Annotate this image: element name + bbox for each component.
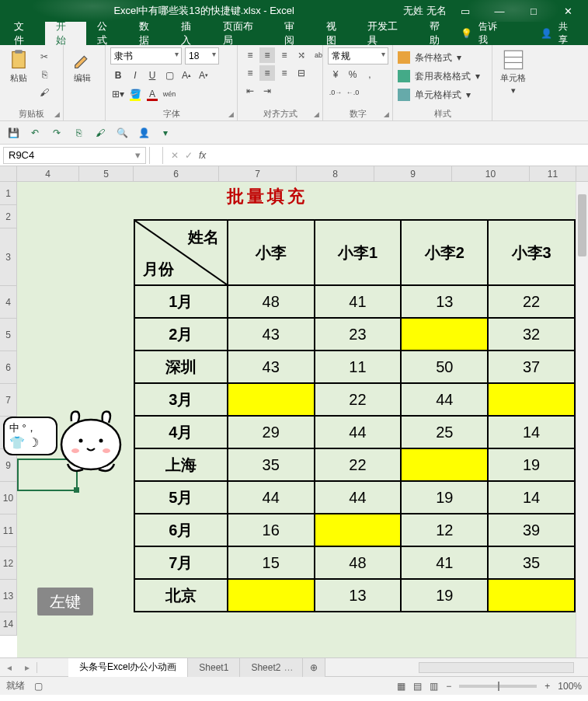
tab-insert[interactable]: 插入 — [170, 22, 212, 45]
zoom-in-button[interactable]: + — [545, 681, 550, 692]
phonetic-button[interactable]: wén — [162, 86, 177, 102]
data-cell[interactable]: 35 — [488, 546, 575, 579]
row-label-cell[interactable]: 3月 — [134, 383, 228, 416]
copy-icon[interactable]: ⎘ — [36, 67, 53, 82]
col-header[interactable]: 5 — [79, 166, 134, 181]
data-cell[interactable]: 12 — [401, 514, 488, 546]
conditional-format-button[interactable]: 条件格式 ▾ — [398, 49, 461, 66]
format-as-table-button[interactable]: 套用表格格式 ▾ — [398, 68, 480, 85]
maximize-button[interactable]: □ — [518, 0, 549, 22]
data-cell[interactable]: 48 — [228, 285, 315, 318]
increase-decimal-icon[interactable]: .0→ — [328, 85, 343, 100]
data-cell[interactable]: 29 — [228, 416, 315, 448]
zoom-slider[interactable] — [459, 685, 537, 688]
orientation-icon[interactable]: ⤭ — [294, 47, 309, 63]
data-cell[interactable]: 35 — [228, 448, 315, 481]
font-size-select[interactable]: 18 — [185, 47, 219, 65]
col-header[interactable]: 6 — [134, 166, 219, 181]
border-button[interactable]: ▢ — [162, 68, 177, 83]
align-center-icon[interactable]: ≡ — [259, 65, 275, 81]
horizontal-scrollbar[interactable] — [419, 662, 574, 673]
tell-me[interactable]: 告诉我 — [478, 20, 506, 47]
data-cell[interactable]: 22 — [315, 448, 402, 481]
row-header[interactable]: 3 — [0, 228, 17, 286]
row-header[interactable]: 4 — [0, 286, 17, 319]
row-header[interactable]: 13 — [0, 580, 17, 612]
data-cell[interactable] — [315, 514, 402, 546]
align-top-icon[interactable]: ≡ — [242, 47, 258, 63]
col-header[interactable]: 8 — [297, 166, 374, 181]
cut-icon[interactable]: ✂ — [36, 49, 53, 65]
row-label-cell[interactable]: 深圳 — [134, 350, 228, 383]
close-button[interactable]: ✕ — [552, 0, 583, 22]
data-cell[interactable]: 19 — [401, 481, 488, 514]
data-cell[interactable]: 22 — [488, 285, 575, 318]
row-header[interactable]: 6 — [0, 351, 17, 384]
data-cell[interactable] — [228, 579, 315, 612]
row-header[interactable]: 14 — [0, 612, 17, 636]
border-dropdown[interactable]: ⊞▾ — [110, 86, 126, 102]
italic-button[interactable]: I — [127, 68, 143, 83]
increase-font-icon[interactable]: A▴ — [179, 68, 194, 83]
row-header[interactable]: 11 — [0, 514, 17, 547]
data-cell[interactable]: 23 — [315, 318, 402, 350]
undo-icon[interactable]: ↶ — [26, 124, 43, 141]
tab-dev[interactable]: 开发工具 — [357, 22, 418, 45]
paste-button[interactable]: 粘贴 — [5, 47, 33, 85]
row-label-cell[interactable]: 7月 — [134, 546, 228, 579]
row-label-cell[interactable]: 上海 — [134, 448, 228, 481]
cells-button[interactable]: 单元格▾ — [497, 47, 529, 97]
select-all-corner[interactable] — [0, 166, 17, 181]
data-cell[interactable]: 22 — [315, 383, 402, 416]
view-break-icon[interactable]: ▥ — [430, 681, 438, 692]
tab-review[interactable]: 审阅 — [273, 22, 315, 45]
merge-cells-icon[interactable]: ⊟ — [294, 65, 309, 81]
zoom-out-button[interactable]: − — [446, 681, 451, 692]
data-cell[interactable] — [401, 318, 488, 350]
data-cell[interactable]: 15 — [228, 546, 315, 579]
name-box[interactable]: R9C4▾ — [3, 147, 146, 164]
decrease-decimal-icon[interactable]: ←.0 — [345, 85, 360, 100]
new-sheet-button[interactable]: ⊕ — [303, 658, 325, 677]
data-cell[interactable]: 25 — [401, 416, 488, 448]
align-launcher[interactable]: ◢ — [311, 110, 321, 119]
percent-icon[interactable]: % — [345, 67, 360, 82]
number-format-select[interactable]: 常规 — [328, 47, 388, 65]
data-cell[interactable]: 39 — [488, 514, 575, 546]
data-cell[interactable]: 41 — [401, 546, 488, 579]
tab-file[interactable]: 文件 — [3, 22, 45, 45]
record-macro-icon[interactable]: ▢ — [34, 681, 43, 692]
tab-nav-next[interactable]: ▸ — [19, 662, 37, 673]
view-normal-icon[interactable]: ▦ — [397, 681, 405, 692]
tab-formulas[interactable]: 公式 — [86, 22, 128, 45]
data-cell[interactable] — [401, 448, 488, 481]
indent-decrease-icon[interactable]: ⇤ — [242, 83, 258, 99]
enter-formula-icon[interactable]: ✓ — [185, 150, 193, 161]
vertical-scrollbar[interactable] — [576, 182, 588, 657]
share-button[interactable]: 共享 — [558, 20, 577, 47]
data-cell[interactable]: 13 — [401, 285, 488, 318]
col-header[interactable]: 7 — [219, 166, 297, 181]
data-cell[interactable]: 44 — [315, 416, 402, 448]
tab-layout[interactable]: 页面布局 — [212, 22, 273, 45]
redo-icon[interactable]: ↷ — [48, 124, 65, 141]
row-label-cell[interactable]: 1月 — [134, 285, 228, 318]
row-header[interactable]: 1 — [0, 182, 17, 205]
row-header[interactable]: 12 — [0, 547, 17, 580]
tab-data[interactable]: 数据 — [128, 22, 170, 45]
data-cell[interactable]: 43 — [228, 318, 315, 350]
formula-input[interactable] — [214, 147, 588, 164]
format-painter-icon[interactable]: 🖌 — [36, 85, 53, 100]
bold-button[interactable]: B — [110, 68, 126, 83]
qat-btn-2[interactable]: 👤 — [135, 124, 152, 141]
row-header[interactable]: 5 — [0, 319, 17, 351]
cell-styles-button[interactable]: 单元格样式 ▾ — [398, 86, 471, 103]
comma-icon[interactable]: , — [362, 67, 378, 82]
align-left-icon[interactable]: ≡ — [242, 65, 258, 81]
sheet-tab-3[interactable]: Sheet2… — [240, 658, 303, 677]
col-header-cell[interactable]: 小李3 — [488, 220, 575, 285]
fx-icon[interactable]: fx — [199, 150, 206, 161]
data-cell[interactable]: 19 — [488, 448, 575, 481]
col-header[interactable]: 10 — [452, 166, 530, 181]
sheet-tab-1[interactable]: 头条号Excel办公小动画 — [68, 658, 188, 677]
